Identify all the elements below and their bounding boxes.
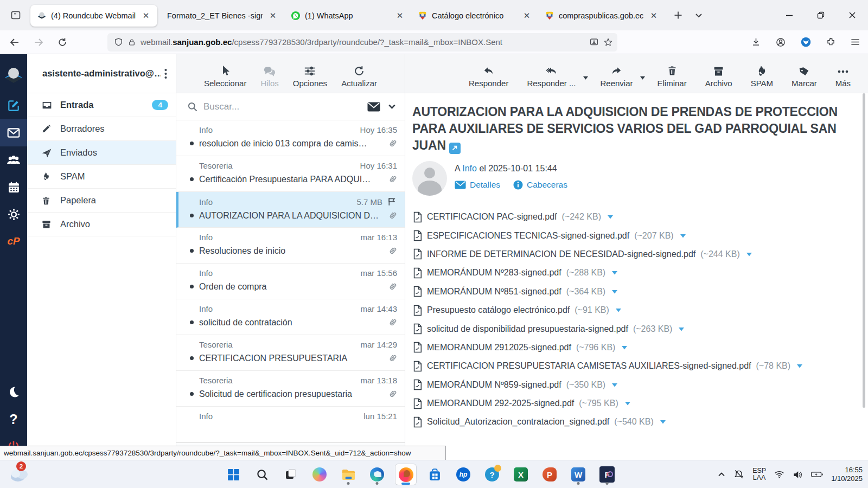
contacts-nav-icon[interactable] [0, 146, 27, 174]
tab-compraspublicas[interactable]: compraspublicas.gob.ec/P ✕ [538, 5, 665, 27]
attachment-item[interactable]: solicitud de disponibilidad presupuestar… [413, 319, 868, 338]
bookmark-star-icon[interactable] [603, 37, 613, 47]
reply-all-button[interactable]: Responder ... [520, 63, 583, 88]
attachment-menu-caret-icon[interactable] [746, 252, 752, 257]
copilot-button[interactable] [309, 464, 330, 485]
message-row[interactable]: Infomar 14:43 solicitud de contratación [176, 299, 405, 335]
microsoft-store-button[interactable] [424, 464, 445, 485]
menu-hamburger-icon[interactable] [850, 37, 860, 47]
task-view-button[interactable] [280, 464, 302, 485]
word-button[interactable]: W [567, 464, 589, 485]
more-button[interactable]: Más [828, 63, 858, 88]
attachment-item[interactable]: ESPECIFICACIONES TECNICAS-signed-signed.… [413, 226, 868, 245]
firefox-button[interactable] [395, 464, 417, 485]
vertical-tabs-icon[interactable] [7, 6, 25, 24]
threads-button[interactable]: Hilos [260, 64, 278, 88]
attachment-menu-caret-icon[interactable] [660, 419, 666, 425]
folder-spam[interactable]: SPAM [27, 165, 176, 189]
calendar-nav-icon[interactable] [0, 174, 27, 201]
minimize-button[interactable] [774, 0, 805, 30]
lock-icon[interactable] [127, 38, 136, 47]
search-input[interactable] [203, 101, 362, 112]
attachment-item[interactable]: Presupuesto catálogo electrónico.pdf (~9… [413, 301, 868, 319]
tab-formato[interactable]: Formato_2_ET Bienes -signed- ✕ [157, 5, 284, 27]
back-icon[interactable] [5, 33, 24, 52]
compose-icon[interactable] [0, 92, 27, 119]
details-toggle[interactable]: Detalles [455, 180, 500, 190]
attachment-menu-caret-icon[interactable] [680, 233, 686, 239]
archive-button[interactable]: Archivo [698, 63, 739, 88]
forward-caret-icon[interactable] [640, 75, 646, 80]
attachment-item[interactable]: CERTIFICACION PAC-signed.pdf (~242 KB) [413, 208, 868, 226]
attachment-item[interactable]: MEMORANDUM 2912025-signed.pdf (~796 KB) [413, 338, 868, 357]
headers-toggle[interactable]: Cabeceras [513, 180, 567, 190]
taskbar-search-button[interactable] [251, 464, 273, 485]
attachment-menu-caret-icon[interactable] [678, 326, 685, 332]
clock[interactable]: 16:551/10/2025 [831, 466, 863, 483]
new-tab-icon[interactable] [669, 7, 687, 24]
attachment-item[interactable]: MEMORANDUM 292-2025-signed.pdf (~795 KB) [413, 394, 868, 413]
mark-button[interactable]: Marcar [784, 63, 824, 88]
do-not-disturb-icon[interactable] [733, 469, 744, 480]
attachment-item[interactable]: MEMORÁNDUM Nº851-signed.pdf (~364 KB) [413, 282, 868, 301]
tab-catalogo[interactable]: Catálogo electrónico ✕ [411, 5, 538, 27]
search-options-chevron-icon[interactable] [388, 102, 396, 111]
message-row[interactable]: Infomar 15:56 Orden de compra [176, 264, 405, 299]
refresh-button[interactable]: Actualizar [341, 64, 377, 88]
tab-close-icon[interactable]: ✕ [394, 10, 406, 22]
downloads-icon[interactable] [751, 37, 761, 47]
folder-enviados[interactable]: Enviados [27, 141, 176, 165]
attachment-menu-caret-icon[interactable] [607, 214, 614, 220]
attachment-item[interactable]: MEMORÁNDUM Nº859-signed.pdf (~350 KB) [413, 376, 868, 394]
forward-button[interactable]: Reenviar [593, 63, 640, 88]
attachment-menu-caret-icon[interactable] [611, 289, 618, 294]
message-row[interactable]: Tesoreriamar 13:18 Solicitud de certific… [176, 371, 405, 407]
attachment-menu-caret-icon[interactable] [611, 382, 618, 388]
edge-button[interactable] [366, 464, 388, 485]
tab-list-chevron-icon[interactable] [690, 7, 707, 24]
wifi-icon[interactable] [774, 470, 784, 479]
attachment-menu-caret-icon[interactable] [624, 401, 631, 406]
account-icon[interactable] [775, 37, 786, 48]
firmaec-button[interactable]: F [596, 464, 618, 485]
attachment-item[interactable]: Solicitud_Autorizacion_contratacion_sign… [413, 413, 868, 431]
mail-nav-icon[interactable] [0, 119, 27, 146]
close-window-button[interactable] [837, 0, 868, 30]
account-menu-kebab-icon[interactable] [161, 66, 170, 81]
reply-button[interactable]: Responder [462, 63, 515, 88]
recipient-link[interactable]: Info [462, 164, 477, 173]
options-button[interactable]: Opciones [293, 64, 327, 88]
viewer-scrollbar[interactable] [863, 93, 865, 408]
spam-button[interactable]: SPAM [744, 63, 780, 88]
delete-button[interactable]: Eliminar [650, 63, 693, 88]
folder-papelera[interactable]: Papelera [27, 189, 176, 213]
attachment-item[interactable]: CERTIFICACION PRESUPUESTARIA CAMISETAS A… [413, 357, 868, 375]
open-in-new-window-icon[interactable] [449, 143, 461, 154]
extensions-puzzle-icon[interactable] [826, 37, 836, 47]
cpanel-icon[interactable]: cP [0, 228, 27, 255]
help-icon[interactable]: ? [0, 406, 27, 433]
message-row[interactable]: Tesoreriamar 14:29 CERTIFICACION PRESUPU… [176, 335, 405, 371]
save-page-icon[interactable] [589, 37, 599, 47]
attachment-item[interactable]: MEMORÁNDUM Nº283-signed.pdf (~288 KB) [413, 264, 868, 282]
folder-entrada[interactable]: Entrada 4 [27, 93, 176, 117]
select-button[interactable]: Seleccionar [204, 64, 246, 88]
excel-button[interactable]: X [510, 464, 532, 485]
folder-borradores[interactable]: Borradores [27, 117, 176, 141]
tab-close-icon[interactable]: ✕ [521, 10, 533, 22]
settings-nav-icon[interactable] [0, 201, 27, 228]
message-row[interactable]: TesoreriaHoy 16:31 Certificación Presupu… [176, 156, 405, 192]
attachment-menu-caret-icon[interactable] [621, 345, 628, 350]
flag-icon[interactable] [387, 197, 397, 207]
folder-archivo[interactable]: Archivo [27, 213, 176, 236]
battery-icon[interactable] [811, 471, 823, 478]
tab-close-icon[interactable]: ✕ [648, 10, 660, 22]
message-row[interactable]: Infolun 15:21 [176, 407, 405, 442]
tab-whatsapp[interactable]: (1) WhatsApp ✕ [284, 5, 411, 27]
extension-badge-icon[interactable] [800, 36, 812, 48]
tab-close-icon[interactable]: ✕ [267, 10, 279, 22]
dark-mode-moon-icon[interactable] [0, 378, 27, 406]
message-row-selected[interactable]: Info5.7 MB AUTORIZACION PARA LA ADQUISIC… [176, 192, 405, 228]
search-scope-mail-icon[interactable] [367, 102, 380, 112]
reload-icon[interactable] [53, 33, 72, 52]
